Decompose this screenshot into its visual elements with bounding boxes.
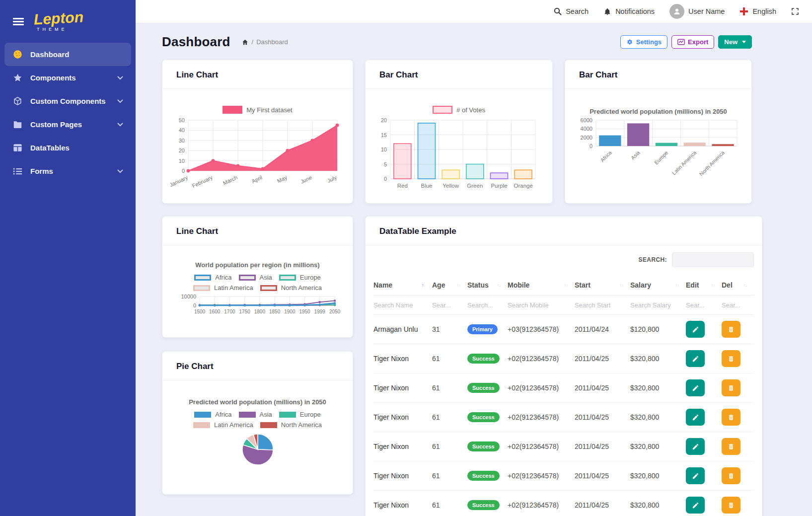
sidebar-item-custom-components[interactable]: Custom Components [4,89,131,113]
svg-text:10: 10 [178,158,184,164]
settings-button[interactable]: Settings [620,35,667,49]
column-filter-input[interactable] [432,301,463,309]
line-chart: 0100001500160017001750180018501900195019… [175,294,341,320]
list-icon [12,167,22,175]
bar-chart-card-votes: Bar Chart # of Votes 05101520RedBlueYell… [365,60,553,204]
datatable-search-input[interactable] [672,252,754,267]
table-row: Tiger Nixon61Success+02(912364578)2011/0… [373,432,754,461]
legend-swatch [193,422,210,428]
export-button[interactable]: Export [671,35,714,49]
column-filter-input[interactable] [575,301,625,309]
column-label: Salary [630,281,651,289]
svg-text:February: February [191,174,213,189]
sidebar-item-forms[interactable]: Forms [4,159,131,183]
edit-button[interactable] [686,350,705,367]
header-search[interactable]: Search [554,7,589,15]
delete-button[interactable] [722,409,740,426]
sort-icons: ↑↓ [675,283,679,288]
svg-text:Africa: Africa [599,149,613,163]
svg-text:0: 0 [589,143,592,149]
legend-swatch [194,412,211,418]
sidebar-item-datatables[interactable]: DataTables [4,136,131,159]
edit-button[interactable] [686,438,705,455]
legend-label: Africa [215,274,231,281]
home-icon[interactable] [241,39,249,46]
datatable-card: DataTable Example SEARCH: Name↑↓Age↑↓Sta… [365,216,762,516]
status-badge: Success [467,354,500,364]
column-header-status[interactable]: Status↑↓ [467,275,508,295]
svg-text:January: January [170,174,189,188]
menu-toggle-icon[interactable] [13,16,24,27]
table-filter-row [373,295,754,315]
svg-text:40: 40 [178,127,184,133]
datatable-table: Name↑↓Age↑↓Status↑↓Mobile↑↓Start↑↓Salary… [373,275,754,516]
legend-swatch [260,285,277,291]
column-filter-input[interactable] [373,301,426,309]
header-fullscreen[interactable] [791,7,799,15]
cell-salary: $320,800 [630,403,686,432]
app-logo[interactable]: Lepton THEME [34,11,83,32]
edit-button[interactable] [686,379,705,396]
sidebar-item-custom-pages[interactable]: Custom Pages [4,113,131,136]
new-button[interactable]: New [718,35,752,49]
chart-legend: AfricaAsiaEuropeLatin AmericaNorth Ameri… [178,274,337,292]
chart-title: World population per region (in millions… [195,261,319,269]
sidebar-item-dashboard[interactable]: Dashboard [4,43,131,66]
line-chart: 01020304050JanuaryFebruaryMarchAprilMayJ… [170,116,345,201]
column-header-del[interactable]: Del↑↓ [722,275,754,295]
pencil-icon [692,414,699,421]
svg-text:Yellow: Yellow [443,183,459,189]
column-header-edit[interactable]: Edit↑↓ [686,275,722,295]
legend-item: Europe [279,411,321,418]
column-header-age[interactable]: Age↑↓ [432,275,467,295]
column-filter-input[interactable] [467,301,503,309]
delete-button[interactable] [722,350,740,367]
svg-text:1950: 1950 [299,309,310,314]
column-filter-input[interactable] [630,301,680,309]
column-filter-input[interactable] [722,301,749,309]
legend-item: Asia [239,274,272,281]
header-notifications[interactable]: Notifications [603,7,655,16]
column-header-mobile[interactable]: Mobile↑↓ [508,275,575,295]
edit-button[interactable] [686,409,705,426]
edit-button[interactable] [686,321,705,338]
breadcrumb-current[interactable]: Dashboard [256,38,288,46]
status-badge: Success [467,383,500,393]
svg-text:2050: 2050 [329,309,340,314]
bar-chart: 0200040006000AfricaAsiaEuropeLatin Ameri… [573,118,744,189]
delete-button[interactable] [722,379,740,396]
svg-text:1850: 1850 [269,309,280,314]
cell-mobile: +02(912364578) [508,432,575,461]
pencil-icon [692,443,699,450]
column-header-name[interactable]: Name↑↓ [373,275,432,295]
svg-text:1500: 1500 [194,309,205,314]
svg-text:10: 10 [381,147,387,152]
svg-text:1800: 1800 [254,309,265,314]
cell-status: Success [467,491,508,516]
cell-age: 31 [432,315,467,344]
cell-age: 61 [432,432,467,461]
cell-mobile: +02(912364578) [508,373,575,403]
bar-chart-card-population: Bar Chart Predicted world population (mi… [565,60,752,204]
column-label: Mobile [508,281,529,289]
edit-button[interactable] [686,497,705,514]
svg-text:Asia: Asia [629,149,641,161]
new-label: New [724,38,738,46]
sidebar-item-components[interactable]: Components [4,66,131,89]
header-language[interactable]: English [739,7,776,16]
column-filter-input[interactable] [686,301,717,309]
user-icon [672,7,681,16]
table-row: Tiger Nixon61Success+02(912364578)2011/0… [373,344,754,373]
column-filter-input[interactable] [508,301,569,309]
edit-button[interactable] [686,467,705,484]
delete-button[interactable] [722,467,740,484]
delete-button[interactable] [722,321,740,338]
header-notifications-label: Notifications [615,7,655,15]
delete-button[interactable] [722,497,740,514]
delete-button[interactable] [722,438,740,455]
header-user[interactable]: User Name [669,4,725,19]
legend-item: Latin America [193,284,253,292]
export-label: Export [688,38,708,46]
column-header-salary[interactable]: Salary↑↓ [630,275,686,295]
column-header-start[interactable]: Start↑↓ [575,275,630,295]
